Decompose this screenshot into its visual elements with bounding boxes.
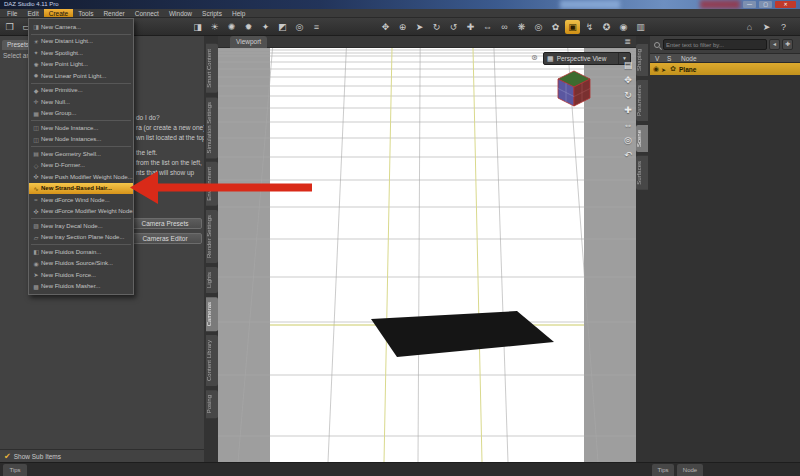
menu-item-new-fluidos-source-sink[interactable]: ◉ New Fluidos Source/Sink... <box>29 258 133 270</box>
viewport-canvas[interactable]: ⊛ ▦ Perspective View ▼ ▤✥↻✚⇔◎↶ <box>218 48 636 462</box>
viewport-layout-icon[interactable]: ▤ <box>621 58 635 73</box>
menu-item-new-primitive[interactable]: ◆ New Primitive... <box>29 85 133 97</box>
menubar-item[interactable]: Scripts <box>197 9 227 17</box>
pane-options-icon[interactable]: ≣ <box>624 37 631 46</box>
view-orientation-cube[interactable] <box>556 70 592 108</box>
tab-node[interactable]: Node <box>677 464 703 476</box>
menu-item-new-fluidos-force[interactable]: ➤ New Fluidos Force... <box>29 269 133 281</box>
menu-item-new-push-modifier-weight-node[interactable]: ✜ New Push Modifier Weight Node... <box>29 171 133 183</box>
menu-item-new-fluidos-domain[interactable]: ◧ New Fluidos Domain... <box>29 246 133 258</box>
frame-camera-icon[interactable]: ◎ <box>621 133 635 148</box>
new-camera-icon[interactable]: ◨ <box>190 20 205 34</box>
cameras-editor-button[interactable]: Cameras Editor <box>128 233 202 244</box>
menu-item-new-fluidos-masher[interactable]: ▩ New Fluidos Masher... <box>29 281 133 293</box>
help-icon[interactable]: ? <box>776 20 791 34</box>
menubar-item[interactable]: Help <box>227 9 250 17</box>
whats-this-icon[interactable]: ➤ <box>759 20 774 34</box>
scene-navigator-tool-icon[interactable]: ✥ <box>378 20 393 34</box>
node-selection-tool-icon[interactable]: ▣ <box>565 20 580 34</box>
side-tab[interactable]: Posing <box>206 390 218 418</box>
orbit-camera-icon[interactable]: ✥ <box>621 73 635 88</box>
menubar-item[interactable]: File <box>2 9 22 17</box>
menu-item-new-node-instance[interactable]: ◫ New Node Instance... <box>29 122 133 134</box>
new-primitive-icon[interactable]: ◩ <box>275 20 290 34</box>
side-tab[interactable]: Cameras <box>206 297 218 331</box>
menu-item-new-d-former[interactable]: ◇ New D-Former... <box>29 160 133 172</box>
menu-item-new-spotlight[interactable]: ✦ New Spotlight... <box>29 47 133 59</box>
camera-presets-button[interactable]: Camera Presets <box>128 218 202 229</box>
side-tab[interactable]: Shaping <box>636 44 648 76</box>
menubar-item[interactable]: Connect <box>130 9 164 17</box>
translate-tool-icon[interactable]: ✚ <box>463 20 478 34</box>
maximize-button[interactable]: ▢ <box>759 1 772 8</box>
menubar-item[interactable]: Window <box>164 9 197 17</box>
visibility-eye-icon[interactable]: ◉ <box>653 65 659 73</box>
side-tab[interactable]: Lights <box>206 267 218 293</box>
side-tab[interactable]: Render Settings <box>206 210 218 263</box>
add-node-button[interactable]: ✚ <box>782 39 793 50</box>
menu-item-new-node-instances[interactable]: ◫ New Node Instances... <box>29 134 133 146</box>
menu-item-new-iray-section-plane-node[interactable]: ▱ New Iray Section Plane Node... <box>29 232 133 244</box>
side-tab[interactable]: Smart Content <box>206 44 218 93</box>
menu-item-new-dforce-wind-node[interactable]: ≈ New dForce Wind Node... <box>29 194 133 206</box>
view-selector-dropdown[interactable]: ▦ Perspective View ▼ <box>543 52 631 65</box>
scale-tool-icon[interactable]: ⇔ <box>480 20 495 34</box>
menu-item-new-distant-light[interactable]: ☀ New Distant Light... <box>29 36 133 48</box>
checkbox-checked-icon[interactable]: ✔ <box>4 452 11 461</box>
rotate-tool-icon[interactable]: ↻ <box>429 20 444 34</box>
side-tab[interactable]: Environment <box>206 162 218 206</box>
menu-item-new-dforce-modifier-weight-node[interactable]: ✜ New dForce Modifier Weight Node... <box>29 206 133 218</box>
universal-tool-icon[interactable]: ⊕ <box>395 20 410 34</box>
surface-selection-tool-icon[interactable]: ◎ <box>531 20 546 34</box>
figure-tool-icon[interactable]: ✿ <box>548 20 563 34</box>
side-tab[interactable]: Parameters <box>636 80 648 121</box>
side-tab[interactable]: Scene <box>636 125 648 152</box>
twist-tool-icon[interactable]: ↺ <box>446 20 461 34</box>
new-bulb-icon[interactable]: ✹ <box>241 20 256 34</box>
menu-item-new-strand-based-hair[interactable]: ∿ New Strand-Based Hair... <box>29 183 133 195</box>
filter-history-button[interactable]: ◂ <box>769 39 780 50</box>
menu-item-new-point-light[interactable]: ✺ New Point Light... <box>29 59 133 71</box>
scene-list-icon[interactable]: ≡ <box>309 20 324 34</box>
pointer-tool-icon[interactable]: ➤ <box>412 20 427 34</box>
view-options-gear-icon[interactable]: ⊛ <box>531 53 538 62</box>
new-file-icon[interactable]: ❒ <box>2 20 17 34</box>
selectable-pointer-icon[interactable]: ➤ <box>661 66 666 73</box>
menu-item-new-linear-point-light[interactable]: ✹ New Linear Point Light... <box>29 70 133 82</box>
reset-camera-icon[interactable]: ↶ <box>621 148 635 163</box>
scene-filter-input[interactable] <box>663 39 767 50</box>
tab-tips-right[interactable]: Tips <box>652 464 674 476</box>
tab-tips-left[interactable]: Tips <box>3 464 27 476</box>
menu-item-new-camera[interactable]: ◨ New Camera... <box>29 21 133 33</box>
active-pose-tool-icon[interactable]: ∞ <box>497 20 512 34</box>
show-sub-items-row[interactable]: ✔ Show Sub Items <box>0 449 204 462</box>
menubar-item[interactable]: Edit <box>22 9 43 17</box>
minimize-button[interactable]: — <box>743 1 756 8</box>
menubar-item[interactable]: Tools <box>73 9 98 17</box>
new-spotlight-icon[interactable]: ✦ <box>258 20 273 34</box>
home-icon[interactable]: ⌂ <box>742 20 757 34</box>
close-button[interactable]: ✕ <box>775 1 796 8</box>
menu-item-new-group[interactable]: ▦ New Group... <box>29 108 133 120</box>
menu-item-new-iray-decal-node[interactable]: ▨ New Iray Decal Node... <box>29 220 133 232</box>
pan-camera-icon[interactable]: ✚ <box>621 103 635 118</box>
aim-target-icon[interactable]: ◎ <box>292 20 307 34</box>
tab-viewport[interactable]: Viewport <box>230 36 267 48</box>
aux-viewport-icon[interactable]: ▥ <box>633 20 648 34</box>
menu-item-new-null[interactable]: ✛ New Null... <box>29 96 133 108</box>
menubar-item[interactable]: Create <box>44 9 74 17</box>
dform-tool-icon[interactable]: ❋ <box>514 20 529 34</box>
Plane[interactable]: ◉ ➤ ✿ Plane <box>650 63 800 75</box>
side-tab[interactable]: Surfaces <box>636 156 648 190</box>
side-tab[interactable]: Simulation Settings <box>206 97 218 158</box>
new-point-light-icon[interactable]: ✺ <box>224 20 239 34</box>
joint-editor-tool-icon[interactable]: ✪ <box>599 20 614 34</box>
scene-list-empty-area[interactable] <box>650 75 800 462</box>
new-distant-light-icon[interactable]: ☀ <box>207 20 222 34</box>
dolly-camera-icon[interactable]: ⇔ <box>621 118 635 133</box>
region-editor-tool-icon[interactable]: ↯ <box>582 20 597 34</box>
side-tab[interactable]: Content Library <box>206 335 218 386</box>
spot-render-tool-icon[interactable]: ◉ <box>616 20 631 34</box>
rotate-camera-icon[interactable]: ↻ <box>621 88 635 103</box>
menubar-item[interactable]: Render <box>98 9 129 17</box>
